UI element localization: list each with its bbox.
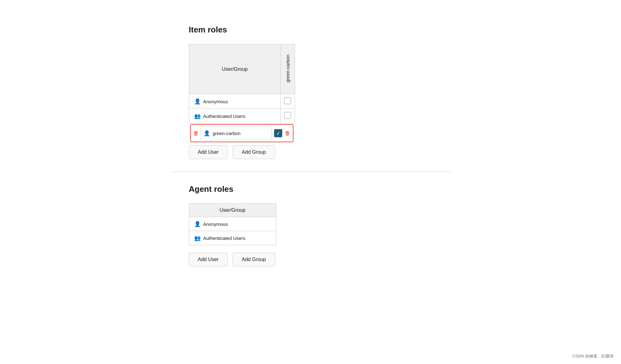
item-roles-section: Item roles User/Group green-carbon bbox=[170, 12, 451, 172]
add-user-button[interactable]: Add User bbox=[189, 145, 228, 159]
agent-add-group-button[interactable]: Add Group bbox=[233, 253, 275, 266]
checkbox-checked[interactable]: ✓ bbox=[274, 129, 282, 137]
agent-add-user-button[interactable]: Add User bbox=[189, 253, 228, 266]
checkbox-cell[interactable] bbox=[281, 109, 295, 124]
table-row: 👤 Anonymous bbox=[189, 217, 276, 231]
table-row-highlighted: 🗑 👤 green-carbon ✓ 🗑 bbox=[189, 124, 295, 143]
checkbox-unchecked[interactable] bbox=[284, 112, 291, 119]
table-row: 👥 Authenticated Users bbox=[189, 109, 295, 124]
delete-left-icon[interactable]: 🗑 bbox=[193, 130, 199, 137]
user-group-cell: 👥 Authenticated Users bbox=[189, 109, 281, 123]
table-row: 👤 Anonymous bbox=[189, 94, 295, 109]
checkbox-cell[interactable] bbox=[281, 94, 295, 109]
table-row: 👥 Authenticated Users bbox=[189, 231, 276, 245]
checkbox-unchecked[interactable] bbox=[284, 97, 291, 104]
delete-right-icon[interactable]: 🗑 bbox=[285, 130, 290, 137]
highlighted-user-group-cell: 👤 green-carbon bbox=[201, 126, 272, 140]
highlighted-row: 🗑 👤 green-carbon ✓ 🗑 bbox=[190, 124, 293, 142]
agent-user-group-cell: 👥 Authenticated Users bbox=[189, 231, 276, 245]
agent-roles-section: Agent roles User/Group 👤 Anonym bbox=[170, 172, 451, 279]
item-roles-title: Item roles bbox=[189, 25, 432, 35]
agent-user-group-cell: 👤 Anonymous bbox=[189, 217, 276, 231]
group-icon: 👥 bbox=[194, 113, 201, 119]
add-group-button[interactable]: Add Group bbox=[233, 145, 275, 159]
col-role-header: green-carbon bbox=[281, 44, 295, 94]
watermark-text: CSDN @姚落、红颜译 bbox=[572, 353, 614, 359]
item-roles-table: User/Group green-carbon 👤 Anonymous bbox=[189, 44, 295, 143]
item-roles-button-row: Add User Add Group bbox=[189, 145, 432, 159]
col-user-group-header: User/Group bbox=[189, 44, 281, 94]
agent-col-user-group-header: User/Group bbox=[189, 204, 276, 217]
user-icon: 👤 bbox=[194, 98, 201, 105]
group-icon: 👥 bbox=[194, 235, 201, 241]
agent-roles-button-row: Add User Add Group bbox=[189, 253, 432, 266]
agent-roles-table: User/Group 👤 Anonymous bbox=[189, 203, 276, 245]
user-icon: 👤 bbox=[194, 221, 201, 227]
user-group-cell: 👤 Anonymous bbox=[189, 94, 281, 109]
user-icon-highlighted: 👤 bbox=[204, 130, 210, 137]
agent-roles-title: Agent roles bbox=[189, 184, 432, 194]
page-wrapper: Item roles User/Group green-carbon bbox=[0, 0, 621, 364]
